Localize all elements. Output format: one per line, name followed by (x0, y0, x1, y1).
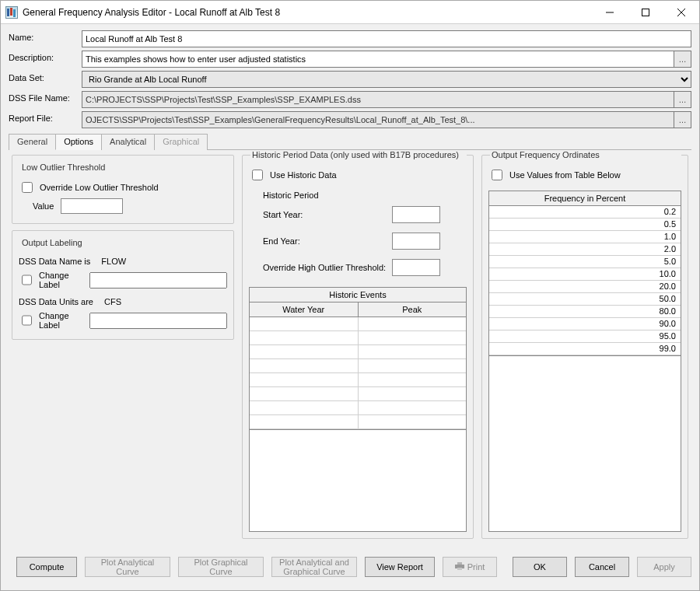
table-row[interactable] (250, 415, 466, 429)
freq-row[interactable]: 80.0 (489, 306, 681, 318)
table-row[interactable] (250, 387, 466, 401)
freq-row[interactable]: 5.0 (489, 256, 681, 268)
table-row[interactable] (250, 359, 466, 373)
low-outlier-value-input[interactable] (61, 198, 123, 214)
historic-blank-area (249, 430, 467, 532)
historic-title: Historic Period Data (only used with B17… (250, 150, 467, 159)
override-high-outlier-input[interactable] (392, 259, 440, 276)
name-input[interactable] (82, 30, 691, 47)
cancel-button[interactable]: Cancel (575, 557, 629, 577)
minimize-button[interactable] (592, 1, 628, 23)
print-button: Print (443, 557, 497, 577)
freq-row[interactable]: 90.0 (489, 318, 681, 330)
output-labeling-title: Output Labeling (20, 238, 86, 247)
low-outlier-value-label: Value (33, 201, 56, 211)
apply-button: Apply (637, 557, 691, 577)
override-high-outlier-label: Override High Outlier Threshold: (263, 263, 387, 272)
dss-data-name-value: FLOW (101, 257, 126, 266)
low-outlier-title: Low Outlier Threshold (20, 163, 108, 172)
change-label-1-checkbox[interactable] (22, 275, 32, 285)
cell-water-year[interactable] (250, 345, 359, 359)
freq-row[interactable]: 0.2 (489, 206, 681, 219)
cell-water-year[interactable] (250, 373, 359, 387)
reportfile-label: Report File: (9, 111, 79, 128)
cell-water-year[interactable] (250, 387, 359, 401)
cell-peak[interactable] (359, 401, 467, 415)
tab-general[interactable]: General (9, 134, 56, 150)
table-row[interactable] (250, 345, 466, 359)
description-input[interactable] (82, 51, 674, 68)
table-row[interactable] (250, 331, 466, 345)
cell-water-year[interactable] (250, 401, 359, 415)
tab-analytical[interactable]: Analytical (101, 134, 155, 150)
reportfile-browse-button[interactable]: … (674, 111, 691, 128)
freq-group: Output Frequency Ordinates Use Values fr… (481, 155, 688, 539)
cell-water-year[interactable] (250, 331, 359, 345)
cell-peak[interactable] (359, 415, 467, 429)
cell-peak[interactable] (359, 373, 467, 387)
titlebar: General Frequency Analysis Editor - Loca… (1, 1, 699, 24)
freq-row[interactable]: 2.0 (489, 243, 681, 256)
dataset-select[interactable]: Rio Grande at Alb Local Runoff (82, 71, 691, 88)
ok-button[interactable]: OK (513, 557, 567, 577)
freq-table-head: Frequency in Percent (489, 191, 681, 206)
description-browse-button[interactable]: … (674, 51, 691, 68)
freq-table[interactable]: Frequency in Percent 0.20.51.02.05.010.0… (488, 191, 681, 356)
override-low-outlier-checkbox[interactable] (22, 182, 33, 193)
freq-row[interactable]: 20.0 (489, 281, 681, 293)
start-year-input[interactable] (392, 206, 440, 223)
change-label-1-input[interactable] (89, 272, 227, 289)
tabs: General Options Analytical Graphical (9, 133, 691, 150)
tab-options[interactable]: Options (55, 134, 102, 150)
dataset-label: Data Set: (9, 71, 79, 88)
svg-rect-0 (642, 9, 649, 16)
window-title: General Frequency Analysis Editor - Loca… (23, 7, 592, 18)
historic-events-title: Historic Events (250, 288, 466, 302)
freq-row[interactable]: 95.0 (489, 330, 681, 343)
cell-water-year[interactable] (250, 359, 359, 373)
view-report-button[interactable]: View Report (365, 557, 435, 577)
historic-group: Historic Period Data (only used with B17… (242, 155, 474, 539)
cell-peak[interactable] (359, 331, 467, 345)
plot-graphical-button: Plot Graphical Curve (178, 557, 264, 577)
window-controls (592, 1, 699, 23)
app-window: General Frequency Analysis Editor - Loca… (0, 0, 700, 591)
output-labeling-group: Output Labeling DSS Data Name is FLOW Ch… (12, 230, 234, 340)
table-row[interactable] (250, 373, 466, 387)
change-label-2-checkbox[interactable] (22, 315, 32, 326)
description-label: Description: (9, 51, 79, 68)
cell-water-year[interactable] (250, 415, 359, 429)
tab-graphical: Graphical (154, 134, 208, 150)
change-label-2-input[interactable] (89, 313, 227, 329)
dssfile-input[interactable] (82, 91, 674, 108)
cell-peak[interactable] (359, 317, 467, 331)
dss-data-name-label: DSS Data Name is (19, 257, 90, 266)
cell-peak[interactable] (359, 359, 467, 373)
reportfile-input[interactable] (82, 111, 674, 128)
freq-title: Output Frequency Ordinates (490, 150, 681, 159)
table-row[interactable] (250, 401, 466, 415)
freq-row[interactable]: 99.0 (489, 343, 681, 355)
freq-row[interactable]: 1.0 (489, 231, 681, 243)
change-label-1-label: Change Label (39, 271, 85, 289)
override-low-outlier-label: Override Low Outlier Threshold (40, 183, 159, 192)
dssfile-browse-button[interactable]: … (674, 91, 691, 108)
close-button[interactable] (663, 1, 699, 23)
plot-analytical-button: Plot Analytical Curve (85, 557, 170, 577)
cell-water-year[interactable] (250, 317, 359, 331)
table-row[interactable] (250, 317, 466, 331)
cell-peak[interactable] (359, 345, 467, 359)
historic-period-label: Historic Period (263, 191, 467, 200)
maximize-button[interactable] (628, 1, 663, 23)
dss-data-units-value: CFS (104, 297, 121, 306)
cell-peak[interactable] (359, 387, 467, 401)
use-values-checkbox[interactable] (492, 170, 502, 180)
compute-button[interactable]: Compute (16, 557, 77, 577)
plot-both-button: Plot Analytical and Graphical Curve (271, 557, 357, 577)
freq-row[interactable]: 0.5 (489, 219, 681, 231)
historic-events-table[interactable]: Historic Events Water Year Peak (249, 287, 467, 430)
freq-row[interactable]: 50.0 (489, 293, 681, 306)
use-historic-checkbox[interactable] (252, 170, 263, 180)
freq-row[interactable]: 10.0 (489, 268, 681, 281)
end-year-input[interactable] (392, 233, 440, 250)
